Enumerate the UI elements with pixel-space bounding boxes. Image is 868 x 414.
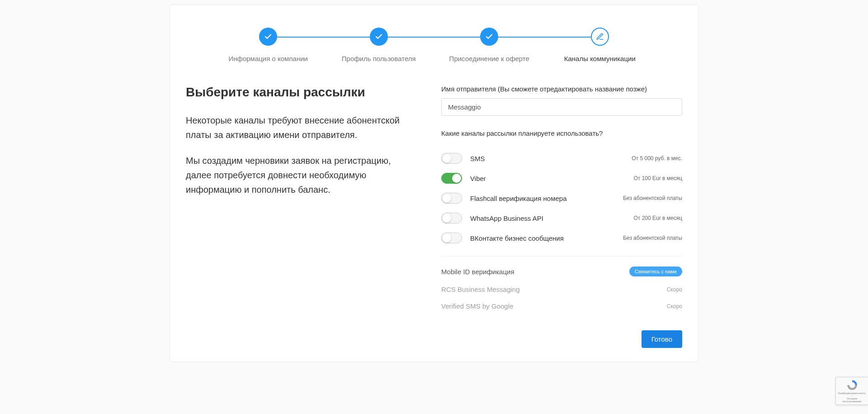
checkmark-icon	[370, 28, 388, 46]
channel-price: Без абонентской платы	[623, 195, 682, 201]
sender-name-label: Имя отправителя (Вы сможете отредактиров…	[441, 85, 682, 93]
channel-price: От 5 000 руб. в мес.	[632, 155, 682, 162]
channel-toggle[interactable]	[441, 193, 462, 204]
step-label: Информация о компании	[229, 55, 308, 62]
channel-name: SMS	[470, 155, 623, 162]
right-column: Имя отправителя (Вы сможете отредактиров…	[441, 85, 682, 348]
left-column: Выберите каналы рассылки Некоторые канал…	[186, 85, 414, 348]
step-user-profile: Профиль пользователя	[324, 28, 434, 62]
coming-soon-label: Скоро	[667, 303, 682, 309]
channel-toggle[interactable]	[441, 233, 462, 243]
checkmark-icon	[480, 28, 498, 46]
toggle-knob	[452, 174, 461, 183]
wizard-card: Информация о компании Профиль пользовате…	[170, 5, 698, 362]
page-heading: Выберите каналы рассылки	[186, 85, 414, 100]
step-offer-join: Присоединение к оферте	[434, 28, 545, 62]
channels-list: SMSОт 5 000 руб. в мес.ViberОт 100 Eur в…	[441, 148, 682, 248]
channel-toggle[interactable]	[441, 213, 462, 224]
stepper: Информация о компании Профиль пользовате…	[213, 28, 655, 62]
step-label: Каналы коммуникации	[564, 55, 636, 62]
recaptcha-icon	[846, 379, 859, 380]
toggle-knob	[442, 233, 451, 243]
extra-channel-name: RCS Business Messaging	[441, 286, 519, 293]
description-paragraph: Некоторые каналы требуют внесение абонен…	[186, 113, 414, 142]
footer-actions: Готово	[441, 330, 682, 348]
channels-question: Какие каналы рассылки планируете использ…	[441, 129, 682, 137]
submit-button[interactable]: Готово	[642, 330, 682, 348]
channel-row: SMSОт 5 000 руб. в мес.	[441, 148, 682, 168]
extra-channels-list: Mobile ID верификацияСвяжитесь с намиRCS…	[441, 262, 682, 314]
divider	[441, 256, 682, 257]
channel-name: Flashcall верификация номера	[470, 195, 615, 202]
channel-row: Flashcall верификация номераБез абонентс…	[441, 188, 682, 208]
toggle-knob	[442, 214, 451, 223]
checkmark-icon	[259, 28, 277, 46]
channel-row: WhatsApp Business APIОт 200 Eur в месяц	[441, 208, 682, 228]
channel-toggle[interactable]	[441, 173, 462, 184]
recaptcha-badge: Конфиденциальность - Условия использован…	[835, 377, 868, 380]
channel-name: Viber	[470, 175, 625, 182]
channel-toggle[interactable]	[441, 153, 462, 164]
channel-row: ВКонтакте бизнес сообщенияБез абонентско…	[441, 228, 682, 248]
extra-channel-row: Verified SMS by GoogleСкоро	[441, 298, 682, 314]
toggle-knob	[442, 154, 451, 163]
sender-name-input[interactable]	[441, 98, 682, 116]
contact-us-badge[interactable]: Свяжитесь с нами	[629, 266, 682, 276]
channel-name: ВКонтакте бизнес сообщения	[470, 234, 615, 242]
extra-channel-row: Mobile ID верификацияСвяжитесь с нами	[441, 262, 682, 281]
extra-channel-name: Mobile ID верификация	[441, 268, 514, 276]
channel-price: От 100 Eur в месяц	[633, 175, 682, 181]
content-grid: Выберите каналы рассылки Некоторые канал…	[186, 85, 682, 348]
step-channels: Каналы коммуникации	[545, 28, 656, 62]
edit-icon	[591, 28, 609, 46]
coming-soon-label: Скоро	[667, 286, 682, 293]
extra-channel-row: RCS Business MessagingСкоро	[441, 281, 682, 298]
step-company-info: Информация о компании	[213, 28, 324, 62]
description-paragraph: Мы создадим черновики заявок на регистра…	[186, 153, 414, 197]
toggle-knob	[442, 194, 451, 203]
extra-channel-name: Verified SMS by Google	[441, 302, 513, 310]
channel-price: От 200 Eur в месяц	[633, 215, 682, 221]
step-label: Профиль пользователя	[342, 55, 416, 62]
channel-price: Без абонентской платы	[623, 235, 682, 241]
channel-name: WhatsApp Business API	[470, 214, 625, 222]
channel-row: ViberОт 100 Eur в месяц	[441, 168, 682, 188]
step-label: Присоединение к оферте	[449, 55, 529, 62]
